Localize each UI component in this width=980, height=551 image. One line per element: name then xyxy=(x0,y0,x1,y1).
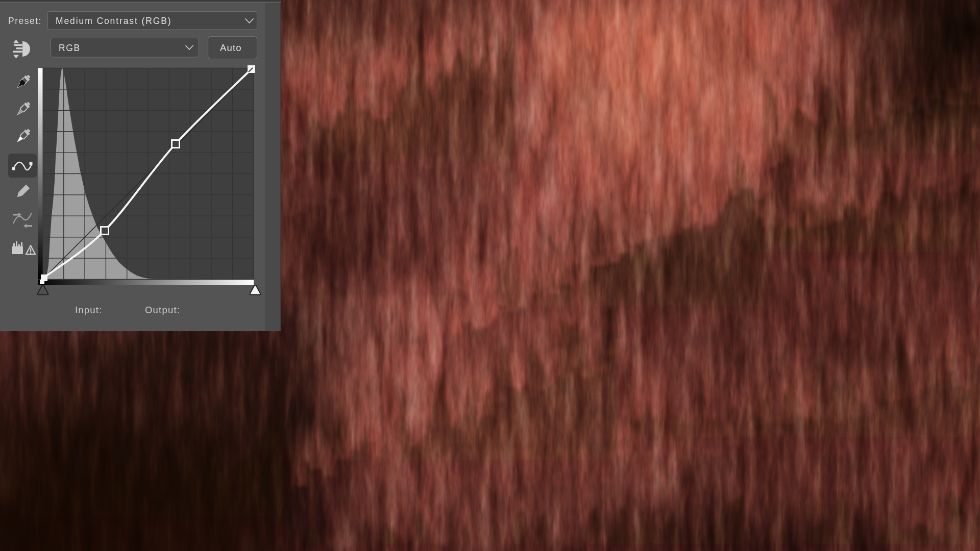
svg-text:Input:: Input: xyxy=(75,305,103,315)
svg-text:Output:: Output: xyxy=(145,305,180,315)
svg-text:Preset:: Preset: xyxy=(8,16,42,26)
svg-text:RGB: RGB xyxy=(59,43,81,53)
svg-text:Medium Contrast (RGB): Medium Contrast (RGB) xyxy=(56,16,172,26)
svg-text:Auto: Auto xyxy=(220,42,242,53)
